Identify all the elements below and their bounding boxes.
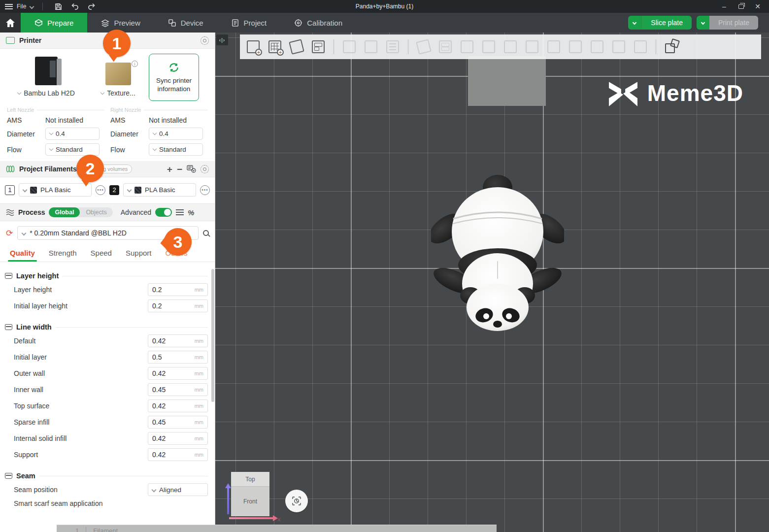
scope-global-option[interactable]: Global — [49, 207, 80, 217]
tab-project[interactable]: Project — [217, 13, 281, 33]
plate-dropdown-chevron[interactable] — [100, 90, 104, 94]
scale-icon — [504, 40, 517, 53]
tab-preview[interactable]: Preview — [87, 13, 154, 33]
project-icon — [231, 19, 239, 27]
line-width-default-input[interactable]: 0.42mm — [148, 334, 208, 347]
initial-layer-height-input[interactable]: 0.2mm — [148, 299, 208, 312]
collapse-sidebar-handle[interactable]: ‹|› — [216, 34, 228, 45]
slice-plate-button[interactable]: Slice plate — [642, 16, 692, 30]
orientation-cube[interactable]: Top Front x — [231, 472, 269, 516]
close-button[interactable]: ✕ — [750, 1, 765, 12]
line-width-outer-wall-input[interactable]: 0.42mm — [148, 367, 208, 380]
scope-objects-option[interactable]: Objects — [80, 207, 112, 217]
assembly-view-icon[interactable] — [665, 40, 678, 53]
auto-orient-icon[interactable] — [289, 39, 304, 55]
file-menu[interactable]: File — [17, 3, 26, 10]
compare-presets-icon[interactable]: % — [188, 208, 194, 217]
right-diameter-select[interactable]: 0.4 — [149, 128, 203, 140]
seam-position-select[interactable]: Aligned — [148, 483, 208, 496]
tab-strength[interactable]: Strength — [42, 245, 84, 262]
maximize-button[interactable] — [734, 1, 748, 12]
line-width-support-input[interactable]: 0.42mm — [148, 448, 208, 461]
objects-table-bar[interactable]: 1 Filament — [57, 525, 497, 532]
filament-settings-gear-icon[interactable] — [201, 165, 209, 173]
diameter-label: Diameter — [7, 130, 45, 138]
undo-button[interactable] — [68, 1, 81, 11]
print-plate-button[interactable]: Print plate — [709, 16, 758, 30]
save-button[interactable] — [52, 1, 65, 11]
slice-options-chevron[interactable] — [628, 16, 641, 30]
filament-1-select[interactable]: PLA Basic — [19, 183, 92, 197]
home-button[interactable] — [0, 13, 21, 33]
tab-support[interactable]: Support — [119, 245, 159, 262]
remove-filament-button[interactable]: − — [177, 165, 182, 174]
line-width-internal-solid-input[interactable]: 0.42mm — [148, 432, 208, 445]
model-panda[interactable] — [431, 173, 564, 333]
filament-2-edit-button[interactable]: ••• — [200, 185, 210, 195]
sync-printer-button[interactable]: Sync printer information — [149, 54, 199, 101]
printer-settings-gear-icon[interactable] — [201, 36, 209, 45]
printer-card[interactable]: Bambu Lab H2D — [5, 54, 88, 101]
parameter-list-icon[interactable] — [176, 209, 184, 215]
ams-label: AMS — [110, 116, 149, 124]
printer-dropdown-chevron[interactable] — [17, 90, 21, 94]
tab-device[interactable]: Device — [154, 13, 217, 33]
advanced-toggle[interactable] — [155, 208, 172, 217]
prepare-icon — [34, 19, 43, 27]
search-icon[interactable] — [203, 230, 209, 236]
arrange-icon[interactable] — [312, 40, 325, 53]
objects-bar-index: 1 — [75, 527, 79, 532]
objects-bar-label: Filament — [93, 527, 118, 532]
plate-card[interactable]: i Texture... — [93, 54, 144, 101]
menu-icon[interactable] — [5, 4, 13, 9]
printer-name[interactable]: Bambu Lab H2D — [24, 89, 75, 97]
print-options-chevron[interactable] — [697, 16, 709, 30]
add-object-icon[interactable]: + — [247, 40, 260, 53]
right-flow-select[interactable]: Standard — [149, 143, 203, 156]
process-icon — [6, 209, 14, 216]
redo-button[interactable] — [85, 1, 98, 11]
panel-scrollbar[interactable] — [211, 269, 214, 402]
line-width-sparse-infill-input[interactable]: 0.45mm — [148, 416, 208, 429]
brand-watermark: Meme3D — [608, 78, 743, 108]
layer-height-input[interactable]: 0.2mm — [148, 283, 208, 296]
line-width-section-title: Line width — [16, 323, 52, 331]
tab-calibration[interactable]: Calibration — [280, 13, 356, 33]
chevron-down-icon[interactable] — [30, 4, 34, 9]
add-filament-button[interactable]: + — [167, 165, 172, 174]
ams-value: Not installed — [149, 116, 187, 124]
view-reset-button[interactable] — [285, 490, 308, 512]
line-width-initial-layer-input[interactable]: 0.5mm — [148, 351, 208, 364]
layer-height-icon — [5, 273, 12, 279]
tab-speed[interactable]: Speed — [84, 245, 119, 262]
tutorial-step-3-badge: 3 — [164, 228, 192, 256]
line-width-top-surface-input[interactable]: 0.42mm — [148, 399, 208, 412]
lay-flat-icon — [416, 39, 432, 55]
z-axis-arrow — [227, 485, 229, 514]
flow-label: Flow — [7, 146, 45, 154]
minimize-button[interactable]: – — [717, 1, 732, 12]
tab-prepare[interactable]: Prepare — [21, 13, 87, 33]
build-plate-image: i — [105, 63, 131, 85]
plate-info-icon[interactable]: i — [132, 61, 138, 67]
copy-icon — [343, 40, 356, 53]
reset-preset-icon[interactable]: ⟳ — [6, 229, 13, 237]
param-row: Inner wall0.45mm — [14, 383, 208, 396]
filament-2-select[interactable]: PLA Basic — [123, 183, 196, 197]
cube-front-face[interactable]: Front — [231, 487, 269, 516]
device-icon — [168, 19, 176, 27]
advanced-label: Advanced — [121, 208, 151, 216]
left-flow-select[interactable]: Standard — [45, 143, 100, 156]
add-plate-icon[interactable]: + — [268, 40, 281, 53]
cube-top-face[interactable]: Top — [231, 472, 269, 487]
seam-paint-icon — [634, 40, 647, 53]
param-row: Sparse infill0.45mm — [14, 416, 208, 429]
viewport-3d[interactable]: ‹|› + + — [215, 33, 769, 532]
tab-quality[interactable]: Quality — [3, 245, 42, 262]
filaments-section-header: Project Filaments Flushing volumes + − — [0, 161, 215, 177]
line-width-inner-wall-input[interactable]: 0.45mm — [148, 383, 208, 396]
ams-sync-icon[interactable] — [187, 165, 196, 173]
filament-1-edit-button[interactable]: ••• — [96, 185, 105, 195]
plate-name[interactable]: Texture... — [107, 89, 135, 97]
left-diameter-select[interactable]: 0.4 — [45, 128, 100, 140]
